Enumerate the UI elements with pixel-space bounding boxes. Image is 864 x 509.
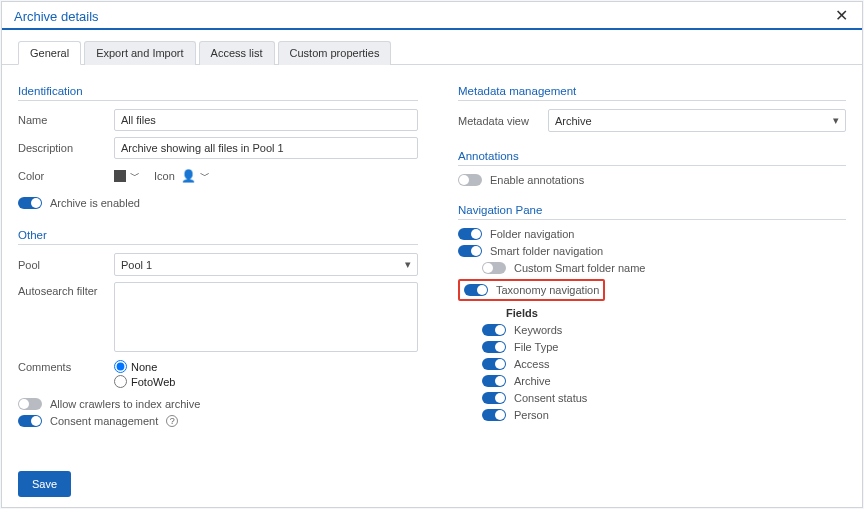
field-label: Keywords: [514, 324, 562, 336]
field-toggle-access[interactable]: [482, 358, 506, 370]
field-toggle-consent-status[interactable]: [482, 392, 506, 404]
color-picker[interactable]: ﹀: [114, 167, 140, 185]
tab-general[interactable]: General: [18, 41, 81, 65]
user-icon: 👤: [181, 169, 196, 183]
comments-label: Comments: [18, 358, 114, 373]
description-label: Description: [18, 142, 114, 154]
taxonomy-nav-toggle[interactable]: [464, 284, 488, 296]
field-toggle-archive[interactable]: [482, 375, 506, 387]
field-toggle-file-type[interactable]: [482, 341, 506, 353]
save-button[interactable]: Save: [18, 471, 71, 497]
dialog-header: Archive details ✕: [2, 2, 862, 30]
archive-enabled-label: Archive is enabled: [50, 197, 140, 209]
crawlers-toggle[interactable]: [18, 398, 42, 410]
smart-folder-toggle[interactable]: [458, 245, 482, 257]
custom-smart-folder-toggle[interactable]: [482, 262, 506, 274]
custom-smart-folder-label: Custom Smart folder name: [514, 262, 645, 274]
tab-export-and-import[interactable]: Export and Import: [84, 41, 195, 65]
archive-details-dialog: Archive details ✕ GeneralExport and Impo…: [1, 1, 863, 508]
icon-label: Icon: [154, 170, 175, 182]
folder-nav-label: Folder navigation: [490, 228, 574, 240]
pool-label: Pool: [18, 259, 114, 271]
pool-value: Pool 1: [121, 259, 152, 271]
field-label: Consent status: [514, 392, 587, 404]
metadata-view-value: Archive: [555, 115, 592, 127]
caret-down-icon: ▾: [833, 114, 839, 127]
field-label: Archive: [514, 375, 551, 387]
dialog-tabs: GeneralExport and ImportAccess listCusto…: [2, 30, 862, 65]
crawlers-label: Allow crawlers to index archive: [50, 398, 200, 410]
general-right-column: Metadata management Metadata view Archiv…: [458, 75, 846, 432]
name-label: Name: [18, 114, 114, 126]
consent-label: Consent management: [50, 415, 158, 427]
color-swatch-icon: [114, 170, 126, 182]
field-label: File Type: [514, 341, 558, 353]
caret-down-icon: ▾: [405, 258, 411, 271]
section-metadata: Metadata management: [458, 81, 846, 101]
field-label: Person: [514, 409, 549, 421]
comments-fotoweb-label: FotoWeb: [131, 376, 175, 388]
pool-select[interactable]: Pool 1 ▾: [114, 253, 418, 276]
chevron-down-icon: ﹀: [200, 169, 210, 183]
fields-heading: Fields: [506, 307, 846, 319]
dialog-title: Archive details: [14, 9, 831, 24]
metadata-view-select[interactable]: Archive ▾: [548, 109, 846, 132]
metadata-view-label: Metadata view: [458, 115, 548, 127]
comments-none-label: None: [131, 361, 157, 373]
field-toggle-person[interactable]: [482, 409, 506, 421]
tab-custom-properties[interactable]: Custom properties: [278, 41, 392, 65]
taxonomy-nav-label: Taxonomy navigation: [496, 284, 599, 296]
close-icon[interactable]: ✕: [831, 8, 852, 24]
section-annotations: Annotations: [458, 146, 846, 166]
taxonomy-nav-highlight: Taxonomy navigation: [458, 279, 605, 301]
section-identification: Identification: [18, 81, 418, 101]
description-input[interactable]: [114, 137, 418, 159]
field-label: Access: [514, 358, 549, 370]
comments-none-radio[interactable]: [114, 360, 127, 373]
color-label: Color: [18, 170, 114, 182]
enable-annotations-toggle[interactable]: [458, 174, 482, 186]
comments-fotoweb-radio[interactable]: [114, 375, 127, 388]
field-toggle-keywords[interactable]: [482, 324, 506, 336]
general-left-column: Identification Name Description Color ﹀ …: [18, 75, 418, 432]
enable-annotations-label: Enable annotations: [490, 174, 584, 186]
chevron-down-icon: ﹀: [130, 169, 140, 183]
autosearch-input[interactable]: [114, 282, 418, 352]
section-other: Other: [18, 225, 418, 245]
archive-enabled-toggle[interactable]: [18, 197, 42, 209]
tab-access-list[interactable]: Access list: [199, 41, 275, 65]
consent-toggle[interactable]: [18, 415, 42, 427]
section-navigation-pane: Navigation Pane: [458, 200, 846, 220]
folder-nav-toggle[interactable]: [458, 228, 482, 240]
autosearch-label: Autosearch filter: [18, 282, 114, 297]
name-input[interactable]: [114, 109, 418, 131]
smart-folder-label: Smart folder navigation: [490, 245, 603, 257]
icon-picker[interactable]: 👤 ﹀: [181, 167, 210, 185]
help-icon[interactable]: ?: [166, 415, 178, 427]
